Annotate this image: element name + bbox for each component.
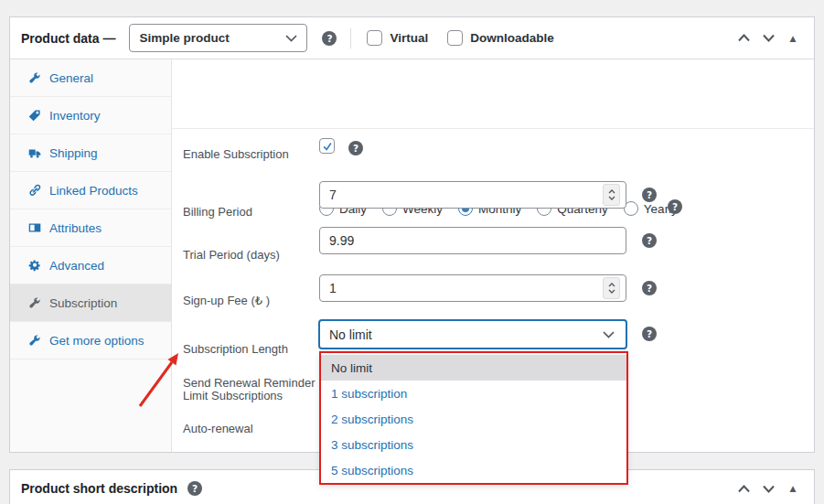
tab-label: Inventory [49,109,101,123]
signup-fee-input[interactable] [319,227,626,254]
wrench-icon [28,334,41,347]
toggle-triangle-icon: ▲ [790,34,797,43]
spinner-icon[interactable] [603,184,620,206]
downloadable-label: Downloadable [470,31,554,45]
truck-icon [28,146,41,159]
move-down-button[interactable] [760,30,776,47]
wrench-icon [28,296,41,309]
tab-label: General [49,71,93,85]
spinner-icon[interactable] [603,277,620,299]
subscription-length-input[interactable] [319,274,626,302]
limit-subscriptions-dropdown: No limit 1 subscription 2 subscriptions … [319,351,628,485]
tag-icon [28,109,41,122]
auto-renewal-label: Auto-renewal [183,422,253,435]
tab-shipping[interactable]: Shipping [10,134,171,172]
virtual-checkbox[interactable] [367,30,382,46]
dropdown-option-3-subscriptions[interactable]: 3 subscriptions [321,432,626,457]
tab-label: Get more options [49,334,144,348]
checkmark-icon [322,141,333,152]
help-icon[interactable]: ? [187,481,202,496]
downloadable-checkbox-group[interactable]: Downloadable [447,30,554,46]
dropdown-option-2-subscriptions[interactable]: 2 subscriptions [321,406,626,432]
tab-label: Attributes [49,221,102,235]
move-up-button[interactable] [735,480,752,497]
row-divider [172,128,814,129]
help-icon[interactable]: ? [642,188,657,202]
product-data-tabs: General Inventory Shipping Linked Produc… [10,59,172,452]
limit-subscriptions-value: No limit [329,327,372,342]
tab-get-more-options[interactable]: Get more options [10,322,171,359]
gear-icon [28,259,41,272]
help-icon[interactable]: ? [642,233,657,248]
tab-label: Linked Products [49,184,138,198]
billing-period-label: Billing Period [183,205,252,219]
toggle-panel-button[interactable]: ▲ [785,30,801,47]
tab-subscription[interactable]: Subscription [10,284,171,322]
tab-attributes[interactable]: Attributes [10,209,171,247]
signup-fee-label: Sign-up Fee (₺ ) [183,294,270,307]
tab-advanced[interactable]: Advanced [10,247,171,284]
chevron-down-icon [285,35,297,42]
send-renewal-reminder-label: Send Renewal Reminder [183,376,316,390]
product-data-header: Product data — Simple product ? Virtual … [10,17,814,59]
dropdown-option-5-subscriptions[interactable]: 5 subscriptions [321,457,626,483]
virtual-label: Virtual [390,31,428,45]
trial-period-input[interactable] [319,181,626,209]
tab-inventory[interactable]: Inventory [10,97,171,134]
help-icon[interactable]: ? [322,31,337,46]
enable-subscription-label: Enable Subscription [183,147,289,161]
subscription-length-label: Subscription Length [183,342,288,356]
trial-period-label: Trial Period (days) [183,248,280,262]
help-icon[interactable]: ? [642,281,657,295]
chevron-down-icon [603,331,615,338]
dropdown-option-1-subscription[interactable]: 1 subscription [321,381,626,406]
limit-subscriptions-label: Limit Subscriptions [183,389,283,402]
enable-subscription-checkbox[interactable] [319,138,335,154]
virtual-checkbox-group[interactable]: Virtual [367,30,428,46]
tab-linked-products[interactable]: Linked Products [10,172,171,209]
tab-general[interactable]: General [10,59,171,97]
tab-label: Shipping [49,146,98,160]
toggle-panel-button[interactable]: ▲ [785,480,801,497]
link-icon [28,184,41,197]
help-icon[interactable]: ? [642,327,657,341]
help-icon[interactable]: ? [668,199,682,214]
limit-subscriptions-select[interactable]: No limit [318,319,627,349]
form-icon [28,221,41,234]
product-type-select[interactable]: Simple product [129,24,307,52]
product-type-value: Simple product [139,31,229,45]
short-description-title: Product short description [21,481,177,496]
header-divider [350,28,351,48]
toggle-triangle-icon: ▲ [790,484,797,493]
dropdown-option-no-limit[interactable]: No limit [321,355,626,381]
move-down-button[interactable] [760,480,776,497]
downloadable-checkbox[interactable] [447,30,463,46]
help-icon[interactable]: ? [348,141,363,155]
panel-title: Product data — [21,31,115,46]
move-up-button[interactable] [735,30,752,47]
tab-label: Subscription [49,296,117,310]
tab-label: Advanced [49,259,104,273]
wrench-icon [28,71,41,84]
